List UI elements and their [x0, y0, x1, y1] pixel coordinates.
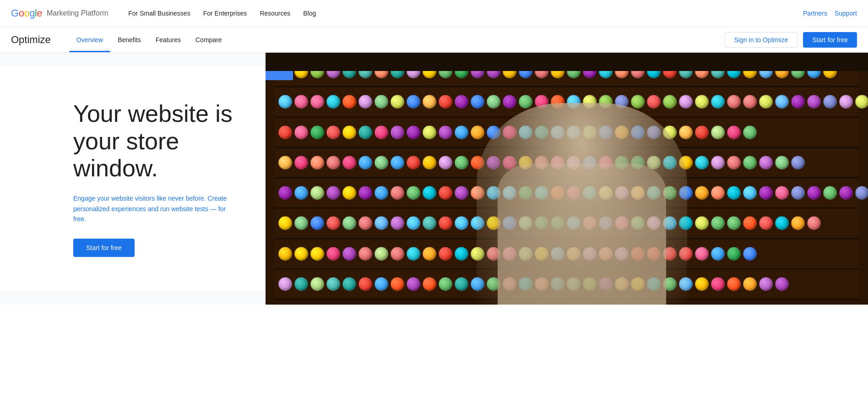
- nav-link-resources[interactable]: Resources: [254, 6, 296, 21]
- yarn-ball: [695, 126, 709, 139]
- yarn-ball: [310, 216, 324, 230]
- tab-compare[interactable]: Compare: [188, 27, 229, 52]
- nav-link-enterprises[interactable]: For Enterprises: [198, 6, 253, 21]
- yarn-ball: [711, 247, 725, 261]
- yarn-ball: [791, 156, 805, 169]
- yarn-ball: [711, 216, 725, 230]
- yarn-ball: [455, 277, 468, 291]
- yarn-ball: [439, 156, 452, 169]
- yarn-ball: [727, 156, 741, 169]
- yarn-ball: [294, 95, 308, 109]
- yarn-ball: [439, 216, 452, 230]
- tab-overview[interactable]: Overview: [69, 27, 110, 52]
- hero-title: Your website is your store window.: [73, 100, 238, 182]
- yarn-ball: [743, 216, 757, 230]
- yarn-ball: [278, 277, 292, 291]
- yarn-ball: [407, 216, 420, 230]
- yarn-ball: [439, 95, 452, 109]
- yarn-ball: [342, 95, 356, 109]
- yarn-ball: [759, 95, 773, 109]
- yarn-ball: [775, 277, 789, 291]
- yarn-ball: [743, 156, 757, 169]
- start-free-button-nav[interactable]: Start for free: [803, 32, 857, 48]
- yarn-ball: [695, 186, 709, 200]
- yarn-ball: [374, 247, 388, 261]
- yarn-ball: [727, 277, 741, 291]
- start-free-button-hero[interactable]: Start for free: [73, 239, 135, 257]
- nav-link-small-businesses[interactable]: For Small Businesses: [123, 6, 195, 21]
- tab-features[interactable]: Features: [148, 27, 188, 52]
- nav-link-blog[interactable]: Blog: [298, 6, 321, 21]
- yarn-ball: [294, 156, 308, 169]
- yarn-ball: [407, 126, 420, 139]
- yarn-ball: [326, 216, 340, 230]
- tab-benefits[interactable]: Benefits: [110, 27, 148, 52]
- yarn-ball: [342, 126, 356, 139]
- yarn-ball: [727, 95, 741, 109]
- google-logo: Google: [11, 7, 42, 19]
- yarn-ball: [342, 247, 356, 261]
- yarn-ball: [663, 95, 677, 109]
- yarn-ball: [679, 126, 693, 139]
- yarn-ball: [358, 247, 372, 261]
- yarn-ball: [791, 186, 805, 200]
- hero-image: [266, 53, 868, 305]
- yarn-ball: [310, 186, 324, 200]
- yarn-ball: [727, 126, 741, 139]
- hero-description: Engage your website visitors like never …: [73, 193, 233, 224]
- hero-content: Your website is your store window. Engag…: [0, 66, 266, 291]
- yarn-ball: [358, 126, 372, 139]
- yarn-ball: [326, 156, 340, 169]
- yarn-ball: [695, 216, 709, 230]
- yarn-ball: [743, 126, 757, 139]
- yarn-ball: [471, 95, 484, 109]
- yarn-ball: [294, 247, 308, 261]
- yarn-ball: [310, 95, 324, 109]
- yarn-ball: [711, 95, 725, 109]
- yarn-ball: [855, 95, 868, 109]
- yarn-ball: [374, 126, 388, 139]
- yarn-ball: [487, 95, 500, 109]
- yarn-ball: [807, 95, 821, 109]
- top-nav-links: For Small Businesses For Enterprises Res…: [123, 6, 803, 21]
- yarn-ball: [791, 216, 805, 230]
- yarn-ball: [839, 186, 853, 200]
- yarn-ball: [358, 216, 372, 230]
- yarn-ball: [391, 156, 404, 169]
- yarn-ball: [391, 126, 404, 139]
- yarn-ball: [743, 277, 757, 291]
- yarn-ball: [727, 247, 741, 261]
- yarn-ball: [310, 126, 324, 139]
- yarn-ball: [759, 186, 773, 200]
- yarn-ball: [455, 186, 468, 200]
- yarn-ball: [439, 126, 452, 139]
- yarn-ball: [647, 95, 661, 109]
- platform-name: Marketing Platform: [47, 9, 108, 17]
- yarn-ball: [423, 156, 436, 169]
- yarn-ball: [358, 186, 372, 200]
- yarn-ball: [423, 186, 436, 200]
- logo-link[interactable]: Google Marketing Platform: [11, 7, 108, 19]
- product-title: Optimize: [11, 34, 51, 46]
- yarn-ball: [423, 216, 436, 230]
- yarn-ball: [310, 156, 324, 169]
- yarn-ball: [391, 277, 404, 291]
- yarn-ball: [807, 216, 821, 230]
- yarn-ball: [326, 247, 340, 261]
- signin-button[interactable]: Sign in to Optimize: [725, 32, 798, 48]
- yarn-ball: [374, 216, 388, 230]
- yarn-ball: [326, 277, 340, 291]
- yarn-ball: [278, 216, 292, 230]
- top-navigation: Google Marketing Platform For Small Busi…: [0, 0, 868, 27]
- nav-link-support[interactable]: Support: [835, 10, 857, 17]
- yarn-ball: [711, 186, 725, 200]
- nav-link-partners[interactable]: Partners: [803, 10, 827, 17]
- yarn-ball: [326, 95, 340, 109]
- yarn-ball: [759, 156, 773, 169]
- yarn-ball: [278, 95, 292, 109]
- yarn-ball: [823, 186, 837, 200]
- secondary-nav-right: Sign in to Optimize Start for free: [725, 32, 857, 48]
- secondary-nav-links: Overview Benefits Features Compare: [69, 27, 725, 52]
- yarn-ball: [342, 277, 356, 291]
- yarn-ball: [807, 186, 821, 200]
